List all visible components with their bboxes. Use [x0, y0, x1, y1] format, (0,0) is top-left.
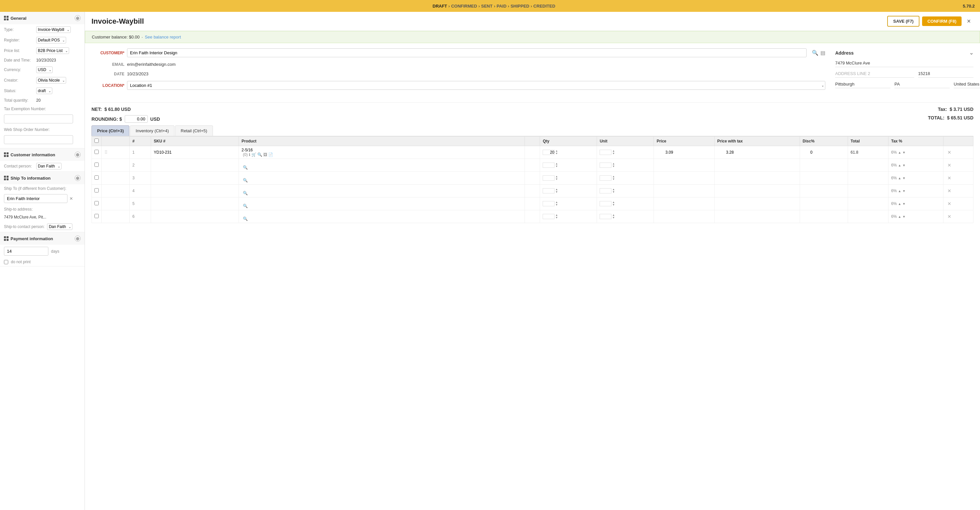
- tab-inventory[interactable]: Inventory (Ctrl+4): [130, 126, 174, 136]
- qty-arrows-3[interactable]: ▲▼: [555, 188, 558, 194]
- row-checkbox-2[interactable]: [94, 175, 99, 180]
- do-not-print-checkbox[interactable]: [4, 260, 8, 264]
- disc-input-2[interactable]: [803, 176, 813, 180]
- product-input-3[interactable]: [242, 186, 522, 191]
- address-state-input[interactable]: [894, 80, 950, 88]
- unit-input-1[interactable]: [600, 162, 611, 168]
- webshop-input[interactable]: [4, 135, 73, 144]
- qty-input-1[interactable]: [542, 162, 555, 168]
- tax-down-1[interactable]: ▼: [902, 164, 906, 167]
- creator-select[interactable]: Olivia Nicole: [36, 77, 66, 84]
- row-search-icon-1[interactable]: 🔍: [243, 165, 248, 170]
- qty-arrows-5[interactable]: ▲▼: [555, 214, 558, 219]
- price-input-2[interactable]: [657, 176, 673, 180]
- row-search-icon-3[interactable]: 🔍: [243, 191, 248, 195]
- row-delete-btn-1[interactable]: ✕: [947, 162, 951, 168]
- product-input-1[interactable]: [242, 160, 522, 165]
- tax-down-4[interactable]: ▼: [902, 202, 906, 206]
- tax-up-3[interactable]: ▲: [898, 189, 901, 193]
- tax-up-2[interactable]: ▲: [898, 176, 901, 180]
- disc-input-0[interactable]: [803, 150, 813, 155]
- row-checkbox-1[interactable]: [94, 162, 99, 167]
- price-input-5[interactable]: [657, 214, 673, 219]
- tax-up-5[interactable]: ▲: [898, 215, 901, 218]
- row-doc-icon-0[interactable]: 📄: [268, 153, 273, 157]
- product-input-0[interactable]: [242, 148, 522, 153]
- balance-report-link[interactable]: See balance report: [145, 35, 181, 40]
- sku-input-1[interactable]: [154, 163, 180, 167]
- select-all-checkbox[interactable]: [94, 138, 99, 143]
- step-confirmed[interactable]: CONFIRMED: [451, 4, 477, 8]
- tax-up-4[interactable]: ▲: [898, 202, 901, 206]
- sku-input-3[interactable]: [154, 189, 180, 193]
- price-tax-input-1[interactable]: [718, 163, 734, 167]
- sku-input-0[interactable]: [154, 150, 180, 155]
- row-checkbox-5[interactable]: [94, 214, 99, 218]
- ship-to-add-btn[interactable]: ⊕: [75, 175, 81, 181]
- unit-input-5[interactable]: [600, 214, 611, 219]
- row-info-icon-0[interactable]: ℹ: [249, 153, 250, 157]
- address-city-input[interactable]: [835, 80, 891, 88]
- price-input-4[interactable]: [657, 201, 673, 206]
- row-delete-btn-4[interactable]: ✕: [947, 201, 951, 206]
- price-input-1[interactable]: [657, 163, 673, 167]
- step-shipped[interactable]: SHIPPED: [511, 4, 529, 8]
- disc-input-3[interactable]: [803, 189, 813, 193]
- qty-input-4[interactable]: [542, 201, 555, 206]
- price-tax-input-5[interactable]: [718, 214, 734, 219]
- unit-arrows-2[interactable]: ▲▼: [612, 175, 615, 181]
- sku-input-2[interactable]: [154, 176, 180, 180]
- unit-arrows-4[interactable]: ▲▼: [612, 201, 615, 206]
- tab-price[interactable]: Price (Ctrl+3): [91, 126, 129, 136]
- unit-arrows-0[interactable]: ▲▼: [612, 150, 615, 155]
- product-input-4[interactable]: [242, 199, 522, 204]
- address-street-input[interactable]: [835, 59, 974, 67]
- address-country-input[interactable]: [954, 80, 980, 88]
- drag-handle-0[interactable]: ⠿: [104, 150, 108, 155]
- row-checkbox-4[interactable]: [94, 201, 99, 205]
- currency-select[interactable]: USD: [36, 67, 52, 73]
- price-tax-input-0[interactable]: [718, 150, 734, 155]
- tax-up-0[interactable]: ▲: [898, 151, 901, 154]
- qty-arrows-0[interactable]: ▲▼: [555, 150, 558, 155]
- qty-input-0[interactable]: [542, 150, 555, 155]
- customer-info-add-btn[interactable]: ⊕: [75, 152, 81, 157]
- unit-arrows-3[interactable]: ▲▼: [612, 188, 615, 194]
- row-delete-btn-0[interactable]: ✕: [947, 150, 951, 155]
- step-sent[interactable]: SENT: [481, 4, 493, 8]
- row-search-icon-2[interactable]: 🔍: [243, 178, 248, 183]
- disc-input-4[interactable]: [803, 201, 813, 206]
- unit-input-2[interactable]: [600, 175, 611, 181]
- step-draft[interactable]: DRAFT: [433, 4, 447, 8]
- close-button[interactable]: ×: [964, 16, 974, 26]
- row-delete-btn-5[interactable]: ✕: [947, 214, 951, 219]
- row-delete-btn-2[interactable]: ✕: [947, 175, 951, 181]
- tax-up-1[interactable]: ▲: [898, 164, 901, 167]
- type-select[interactable]: Invoice-Waybill: [36, 26, 71, 33]
- unit-arrows-5[interactable]: ▲▼: [612, 214, 615, 219]
- tax-down-5[interactable]: ▼: [902, 215, 906, 218]
- price-tax-input-3[interactable]: [718, 189, 734, 193]
- price-input-0[interactable]: [657, 150, 673, 155]
- price-tax-input-4[interactable]: [718, 201, 734, 206]
- product-input-5[interactable]: [242, 212, 522, 216]
- qty-input-2[interactable]: [542, 175, 555, 181]
- customer-card-icon[interactable]: ▤: [820, 50, 825, 56]
- row-search-icon-0[interactable]: 🔍: [257, 153, 262, 157]
- register-select[interactable]: Default POS: [36, 37, 66, 43]
- pricelist-select[interactable]: B2B Price List: [36, 48, 69, 54]
- row-search-icon-4[interactable]: 🔍: [243, 204, 248, 208]
- product-input-2[interactable]: [242, 173, 522, 178]
- row-checkbox-0[interactable]: [94, 150, 99, 154]
- row-image-icon-0[interactable]: 🖼: [263, 153, 267, 157]
- qty-arrows-4[interactable]: ▲▼: [555, 201, 558, 206]
- confirm-button[interactable]: CONFIRM (F8): [922, 16, 962, 26]
- row-delete-btn-3[interactable]: ✕: [947, 188, 951, 194]
- row-cart-icon-0[interactable]: 🛒: [251, 153, 256, 157]
- row-search-icon-5[interactable]: 🔍: [243, 216, 248, 221]
- general-add-btn[interactable]: ⊕: [75, 15, 81, 21]
- save-button[interactable]: SAVE (F7): [887, 16, 920, 27]
- address-line2-input[interactable]: [835, 70, 914, 78]
- sku-input-4[interactable]: [154, 201, 180, 206]
- tax-exemption-input[interactable]: [4, 114, 73, 123]
